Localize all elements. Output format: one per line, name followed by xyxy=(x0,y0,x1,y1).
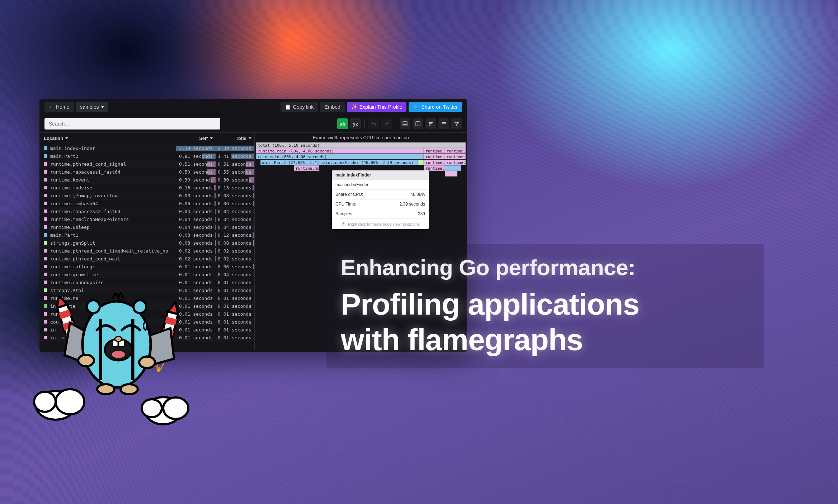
svg-rect-2 xyxy=(429,122,433,123)
row-location: main.indexFinder xyxy=(39,146,176,151)
row-location: main.Part2 xyxy=(39,154,176,159)
title-line-1: Enhancing Go performance: xyxy=(341,255,750,280)
row-total: 0.01 seconds xyxy=(216,303,254,309)
row-self: 0.01 seconds xyxy=(176,319,216,325)
row-self: 0.30 seconds xyxy=(176,177,216,183)
split-view-button[interactable] xyxy=(413,118,423,129)
row-total: 0.08 seconds xyxy=(216,240,254,246)
highlight-ab-button[interactable]: ab xyxy=(337,118,348,129)
color-swatch xyxy=(44,257,47,260)
table-row[interactable]: runtime.pthread_cond_signal 0.51 seconds… xyxy=(39,160,254,168)
row-location: runtime.usleep xyxy=(39,225,176,230)
row-self: 0.03 seconds xyxy=(176,240,216,246)
copy-link-button[interactable]: 📋 Copy link xyxy=(281,102,318,112)
flame-title: Frame width represents CPU time per func… xyxy=(255,133,467,142)
graph-view-button[interactable] xyxy=(451,118,462,129)
table-row[interactable]: runtime.kevent 0.30 seconds 0.30 seconds xyxy=(39,176,254,184)
table-row[interactable]: runtime.memhash64 0.06 seconds 0.06 seco… xyxy=(39,199,254,207)
row-location: runtime.kevent xyxy=(39,177,176,183)
row-total: 2.39 seconds xyxy=(216,146,254,151)
flame-frame[interactable] xyxy=(445,165,462,171)
color-swatch xyxy=(44,217,47,221)
header-location[interactable]: Location xyxy=(39,133,176,144)
table-header: Location Self Total xyxy=(39,133,254,144)
table-row[interactable]: runtime.mapaccess1_fast64 0.50 seconds 0… xyxy=(39,168,254,176)
caret-down-icon xyxy=(101,106,104,108)
svg-rect-3 xyxy=(429,123,432,124)
redo-button[interactable] xyxy=(381,118,392,129)
highlight-yz-button[interactable]: yz xyxy=(350,118,361,129)
row-self: 0.01 seconds xyxy=(176,264,216,269)
color-swatch xyxy=(44,194,47,197)
sandwich-view-button[interactable] xyxy=(438,118,449,129)
flame-frame[interactable]: runtime.sched xyxy=(424,165,444,171)
row-total: 0.02 seconds xyxy=(216,248,254,254)
row-self: 0.01 seconds xyxy=(176,288,216,293)
header-self[interactable]: Self xyxy=(176,133,216,144)
table-row[interactable]: runtime.madvise 0.13 seconds 0.13 second… xyxy=(39,184,254,192)
row-total: 0.01 seconds xyxy=(216,319,254,325)
row-self: 0.02 seconds xyxy=(176,248,216,254)
row-self: 0.02 seconds xyxy=(176,256,216,262)
table-row[interactable]: runtime.mallocgc 0.01 seconds 0.06 secon… xyxy=(39,263,254,270)
table-row[interactable]: main.indexFinder 2.39 seconds 2.39 secon… xyxy=(39,144,254,152)
row-total: 0.55 seconds xyxy=(216,169,254,175)
header-total[interactable]: Total xyxy=(216,133,254,144)
color-swatch xyxy=(44,170,47,174)
flame-frame[interactable]: runtime.main (80%, 4.08 seconds) xyxy=(256,148,424,154)
divider xyxy=(364,119,365,128)
table-row[interactable]: main.Part2 0.81 seconds 1.41 seconds xyxy=(39,152,254,160)
flame-frame[interactable] xyxy=(418,160,424,165)
row-total: 0.01 seconds xyxy=(216,327,254,333)
flame-frame[interactable]: runtime.s xyxy=(445,148,466,154)
tooltip-subtitle: main.indexFinder xyxy=(332,180,429,189)
share-twitter-button[interactable]: 🐦 Share on Twitter xyxy=(409,102,462,112)
row-self: 0.01 seconds xyxy=(176,296,216,301)
topbar: ← Home samples 📋 Copy link Embed ✨ Expla… xyxy=(39,99,467,115)
toolbar-row: ab yz xyxy=(39,115,467,133)
flame-frame[interactable]: total (100%, 5.10 seconds) xyxy=(256,142,466,148)
color-swatch xyxy=(44,154,47,158)
flame-frame[interactable]: runtime.gopreempt xyxy=(424,154,444,159)
color-swatch xyxy=(44,209,47,213)
row-self: 2.39 seconds xyxy=(176,146,216,151)
embed-button[interactable]: Embed xyxy=(320,102,344,112)
search-input[interactable] xyxy=(44,118,220,129)
table-row[interactable]: runtime.pthread_cond_timedwait_relative_… xyxy=(39,247,254,255)
table-row[interactable]: main.Part1 0.03 seconds 0.12 seconds xyxy=(39,231,254,239)
flame-frame[interactable]: main.Part2 (27.65%, 1.41 seconds) xyxy=(260,160,319,165)
flame-frame[interactable] xyxy=(445,171,457,176)
explain-button[interactable]: ✨ Explain This Profile xyxy=(347,102,407,112)
row-self: 0.03 seconds xyxy=(176,232,216,238)
table-row[interactable]: runtime.memclrNoHeapPointers 0.04 second… xyxy=(39,215,254,223)
table-row[interactable]: strings.genSplit 0.03 seconds 0.08 secon… xyxy=(39,239,254,247)
table-row[interactable]: runtime.usleep 0.04 seconds 0.04 seconds xyxy=(39,223,254,231)
color-swatch xyxy=(44,241,47,245)
flame-view-button[interactable] xyxy=(425,118,436,129)
flame-frame[interactable]: runtime.mapa xyxy=(294,165,319,171)
svg-point-13 xyxy=(142,399,162,417)
table-row[interactable]: runtime.mapaccess2_fast64 0.04 seconds 0… xyxy=(39,207,254,215)
row-location: strings.genSplit xyxy=(39,240,176,246)
flame-frame[interactable]: runtime.mcall xyxy=(424,148,444,154)
row-location: runtime.mallocgc xyxy=(39,264,176,269)
flame-frame[interactable]: main.indexFinder (46.86%, 2.39 seconds) xyxy=(319,160,417,165)
tooltip-row: Samples:239 xyxy=(332,209,429,218)
table-row[interactable]: runtime.pthread_cond_wait 0.02 seconds 0… xyxy=(39,255,254,263)
view-tools: ab yz xyxy=(337,118,462,129)
color-swatch xyxy=(44,225,47,229)
flame-frame[interactable]: main.main (80%, 4.08 seconds) xyxy=(256,154,424,159)
color-swatch xyxy=(44,202,47,205)
flame-frame[interactable]: runtime.s xyxy=(445,160,466,165)
twitter-label: Share on Twitter xyxy=(421,104,458,110)
flame-frame[interactable]: runtime.s xyxy=(445,154,466,159)
table-row[interactable]: runtime.(*bmap).overflow 0.08 seconds 0.… xyxy=(39,192,254,199)
row-self: 0.01 seconds xyxy=(176,272,216,277)
svg-point-37 xyxy=(121,384,138,394)
clipboard-icon: 📋 xyxy=(285,104,291,110)
undo-button[interactable] xyxy=(368,118,379,129)
samples-dropdown[interactable]: samples xyxy=(76,102,108,112)
home-button[interactable]: ← Home xyxy=(44,102,74,112)
table-view-button[interactable] xyxy=(400,118,410,129)
flame-frame[interactable]: runtime.gosched xyxy=(424,160,444,165)
